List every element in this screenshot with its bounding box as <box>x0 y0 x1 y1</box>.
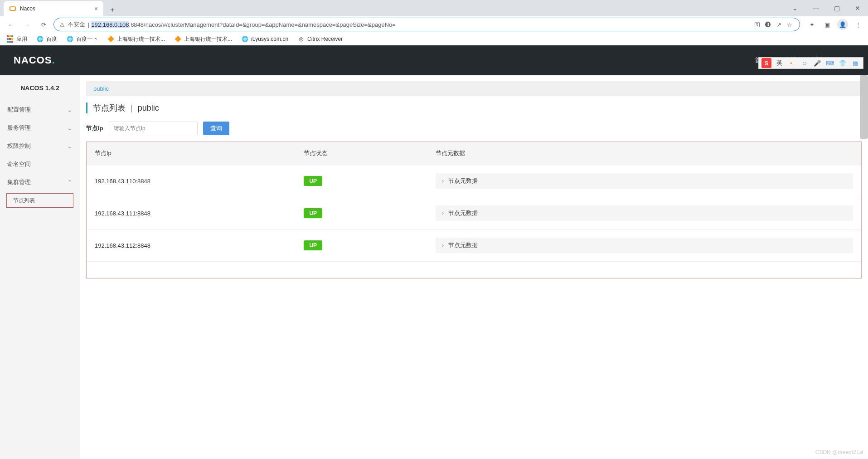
meta-expand[interactable]: › 节点元数据 <box>436 238 853 253</box>
browser-tab[interactable]: Nacos × <box>4 1 103 16</box>
menu-namespace[interactable]: 命名空间 <box>0 155 80 173</box>
insecure-label: 不安全 <box>68 20 85 29</box>
tab-bar: Nacos × + ⌄ — ▢ ✕ <box>0 0 868 16</box>
cell-status: UP <box>296 197 427 230</box>
cell-meta: › 节点元数据 <box>427 230 861 262</box>
nacos-header: NACOS. 首页 文档 博客 社区 <box>0 45 868 75</box>
cell-status: UP <box>296 230 427 262</box>
globe-icon: 🌐 <box>66 35 73 43</box>
col-ip: 节点Ip <box>87 142 296 165</box>
tab-title: Nacos <box>20 5 94 12</box>
url-bar[interactable]: ⚠ 不安全 | 192.168.0.108 :8848/nacos/#/clus… <box>53 18 800 31</box>
namespace-link[interactable]: public <box>93 85 109 92</box>
bookmark-bar: 应用 🌐 百度 🌐 百度一下 🔶 上海银行统一技术... 🔶 上海银行统一技术.… <box>0 33 868 45</box>
ime-main-icon[interactable]: S <box>761 58 771 68</box>
meta-expand[interactable]: › 节点元数据 <box>436 173 853 189</box>
url-path: :8848/nacos/#/clusterManagement?dataId=&… <box>129 21 396 28</box>
bookmark-baidu[interactable]: 🌐 百度 <box>36 35 57 43</box>
puzzle-icon[interactable]: ✦ <box>806 19 817 30</box>
table-wrap: 节点Ip 节点状态 节点元数据 192.168.43.110:8848 UP ›… <box>86 142 862 278</box>
cell-ip: 192.168.43.112:8848 <box>87 230 296 262</box>
nacos-logo: NACOS. <box>14 54 55 66</box>
window-controls: ⌄ — ▢ ✕ <box>785 0 868 16</box>
globe-icon: 🌐 <box>36 35 44 43</box>
meta-expand[interactable]: › 节点元数据 <box>436 205 853 221</box>
search-row: 节点Ip 查询 <box>86 122 862 135</box>
share-icon[interactable]: ↗ <box>774 20 783 29</box>
bookmark-yusys[interactable]: 🌐 it.yusys.com.cn <box>241 35 288 43</box>
table-row: 192.168.43.110:8848 UP › 节点元数据 <box>87 165 861 197</box>
apps-label: 应用 <box>16 35 27 43</box>
globe-icon: 🌐 <box>241 35 248 43</box>
browser-chrome: Nacos × + ⌄ — ▢ ✕ ← → ⟳ ⚠ 不安全 | 192.168.… <box>0 0 868 45</box>
chevron-right-icon: › <box>442 242 444 249</box>
nacos-version: NACOS 1.4.2 <box>0 75 80 101</box>
ime-toolbar[interactable]: S 英 •, ☺ 🎤 ⌨ 👕 ▦ <box>758 57 863 69</box>
status-badge: UP <box>304 240 322 250</box>
cell-ip: 192.168.43.111:8848 <box>87 197 296 230</box>
insecure-icon: ⚠ <box>59 21 65 28</box>
window-dropdown-icon[interactable]: ⌄ <box>785 1 805 15</box>
search-input[interactable] <box>109 122 198 135</box>
table-row: 192.168.43.111:8848 UP › 节点元数据 <box>87 197 861 230</box>
svg-rect-0 <box>10 7 15 10</box>
bookmark-citrix[interactable]: ◎ Citrix Receiver <box>297 35 343 43</box>
panel-icon[interactable]: ▣ <box>822 19 833 30</box>
window-maximize-icon[interactable]: ▢ <box>826 1 847 15</box>
url-host: 192.168.0.108 <box>91 21 129 28</box>
bookmark-shanghai1[interactable]: 🔶 上海银行统一技术... <box>107 35 165 43</box>
ime-lang-icon[interactable]: 英 <box>774 58 784 68</box>
nacos-body: NACOS 1.4.2 配置管理 ⌄ 服务管理 ⌄ 权限控制 ⌄ 命名空间 集群… <box>0 75 868 459</box>
key-icon[interactable]: ⚿ <box>752 20 761 29</box>
ime-skin-icon[interactable]: 👕 <box>838 58 848 68</box>
star-icon[interactable]: ☆ <box>785 20 794 29</box>
menu-permission[interactable]: 权限控制 ⌄ <box>0 137 80 155</box>
node-table: 节点Ip 节点状态 节点元数据 192.168.43.110:8848 UP ›… <box>87 142 861 262</box>
tab-close-icon[interactable]: × <box>94 5 98 12</box>
window-close-icon[interactable]: ✕ <box>847 1 868 15</box>
chevron-down-icon: ⌄ <box>67 142 73 150</box>
table-row: 192.168.43.112:8848 UP › 节点元数据 <box>87 230 861 262</box>
ime-toolbox-icon[interactable]: ▦ <box>850 58 860 68</box>
chevron-right-icon: › <box>442 178 444 184</box>
chevron-down-icon: ⌄ <box>67 106 73 113</box>
site-icon: 🔶 <box>174 35 181 43</box>
search-label: 节点Ip <box>86 124 103 132</box>
apps-button[interactable]: 应用 <box>6 35 27 43</box>
tab-favicon <box>9 5 16 12</box>
submenu-node-list[interactable]: 节点列表 <box>6 193 73 208</box>
chevron-down-icon: ⌄ <box>67 124 73 132</box>
ime-keyboard-icon[interactable]: ⌨ <box>825 58 835 68</box>
nav-back-button[interactable]: ← <box>5 18 17 31</box>
cell-meta: › 节点元数据 <box>427 165 861 197</box>
apps-icon <box>6 35 14 43</box>
search-button[interactable]: 查询 <box>203 122 229 135</box>
bookmark-shanghai2[interactable]: 🔶 上海银行统一技术... <box>174 35 232 43</box>
extension-icons: ✦ ▣ 👤 ⋮ <box>806 19 863 30</box>
translate-icon[interactable]: 🅖 <box>763 20 772 29</box>
menu-service[interactable]: 服务管理 ⌄ <box>0 119 80 137</box>
nav-reload-button[interactable]: ⟳ <box>37 18 50 31</box>
ime-emoji-icon[interactable]: ☺ <box>800 58 810 68</box>
nav-forward-button[interactable]: → <box>21 18 34 31</box>
menu-config[interactable]: 配置管理 ⌄ <box>0 101 80 119</box>
ime-mic-icon[interactable]: 🎤 <box>812 58 822 68</box>
watermark: CSDN @dream21st <box>815 449 863 455</box>
bookmark-baidu2[interactable]: 🌐 百度一下 <box>66 35 98 43</box>
page-title: 节点列表 | public <box>86 103 862 113</box>
col-meta: 节点元数据 <box>427 142 861 165</box>
new-tab-button[interactable]: + <box>106 4 119 16</box>
ime-comma-icon[interactable]: •, <box>787 58 797 68</box>
cell-meta: › 节点元数据 <box>427 197 861 230</box>
chevron-up-icon: ⌃ <box>67 179 73 186</box>
scrollbar[interactable] <box>860 75 868 139</box>
window-minimize-icon[interactable]: — <box>805 1 826 15</box>
col-status: 节点状态 <box>296 142 427 165</box>
menu-cluster[interactable]: 集群管理 ⌃ <box>0 173 80 191</box>
avatar-icon[interactable]: 👤 <box>837 19 848 30</box>
site-icon: 🔶 <box>107 35 114 43</box>
menu-icon[interactable]: ⋮ <box>853 19 863 30</box>
status-badge: UP <box>304 208 322 218</box>
cell-status: UP <box>296 165 427 197</box>
status-badge: UP <box>304 176 322 186</box>
